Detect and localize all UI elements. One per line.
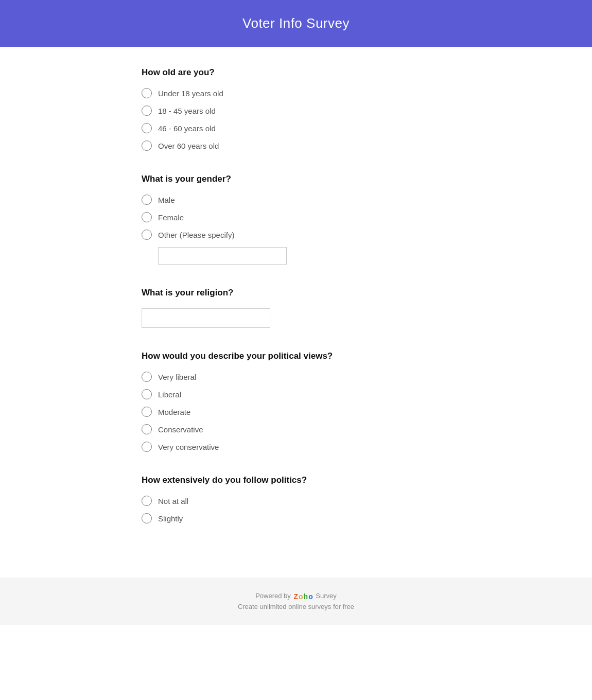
gender-label-female: Female — [158, 213, 184, 222]
survey-body: How old are you? Under 18 years old 18 -… — [116, 47, 476, 567]
gender-label-other: Other (Please specify) — [158, 231, 234, 239]
political-radio-very-conservative[interactable] — [142, 442, 152, 452]
age-option-over60[interactable]: Over 60 years old — [142, 141, 450, 151]
age-radio-over60[interactable] — [142, 141, 152, 151]
political-option-conservative[interactable]: Conservative — [142, 424, 450, 434]
age-option-under18[interactable]: Under 18 years old — [142, 88, 450, 98]
political-radio-very-liberal[interactable] — [142, 372, 152, 382]
survey-header: Voter Info Survey — [0, 0, 592, 47]
age-radio-under18[interactable] — [142, 88, 152, 98]
zoho-h: h — [304, 592, 308, 601]
footer-subtext: Create unlimited online surveys for free — [10, 603, 582, 610]
question-political-title: How would you describe your political vi… — [142, 351, 450, 361]
follow-option-slightly[interactable]: Slightly — [142, 513, 450, 523]
age-label-46-60: 46 - 60 years old — [158, 124, 216, 133]
zoho-o1: o — [299, 592, 303, 601]
religion-input[interactable] — [142, 308, 270, 328]
footer-powered-prefix: Powered by — [255, 592, 292, 600]
footer-powered-by: Powered by Zoho Survey — [10, 592, 582, 601]
follow-label-slightly: Slightly — [158, 514, 183, 523]
age-label-18-45: 18 - 45 years old — [158, 107, 216, 115]
political-option-liberal[interactable]: Liberal — [142, 389, 450, 399]
political-label-very-conservative: Very conservative — [158, 443, 219, 451]
question-gender: What is your gender? Male Female Other (… — [142, 174, 450, 265]
age-label-over60: Over 60 years old — [158, 142, 219, 150]
political-option-moderate[interactable]: Moderate — [142, 407, 450, 417]
question-age-title: How old are you? — [142, 67, 450, 78]
follow-label-not-at-all: Not at all — [158, 497, 188, 505]
political-label-liberal: Liberal — [158, 390, 181, 399]
gender-radio-female[interactable] — [142, 212, 152, 222]
zoho-z: Z — [293, 592, 298, 601]
question-political-views: How would you describe your political vi… — [142, 351, 450, 452]
gender-radio-male[interactable] — [142, 195, 152, 205]
political-option-very-conservative[interactable]: Very conservative — [142, 442, 450, 452]
political-label-moderate: Moderate — [158, 408, 190, 416]
political-label-very-liberal: Very liberal — [158, 373, 196, 381]
follow-radio-slightly[interactable] — [142, 513, 152, 523]
question-follow-politics-title: How extensively do you follow politics? — [142, 475, 450, 485]
gender-option-male[interactable]: Male — [142, 195, 450, 205]
age-label-under18: Under 18 years old — [158, 89, 223, 98]
political-radio-liberal[interactable] — [142, 389, 152, 399]
gender-other-input[interactable] — [158, 247, 287, 265]
survey-footer: Powered by Zoho Survey Create unlimited … — [0, 577, 592, 625]
political-radio-conservative[interactable] — [142, 424, 152, 434]
zoho-logo: Zoho — [293, 592, 312, 601]
footer-survey-label: Survey — [316, 592, 336, 600]
question-religion: What is your religion? — [142, 288, 450, 328]
follow-radio-not-at-all[interactable] — [142, 496, 152, 506]
question-follow-politics: How extensively do you follow politics? … — [142, 475, 450, 523]
gender-option-other[interactable]: Other (Please specify) — [142, 230, 450, 240]
gender-radio-other[interactable] — [142, 230, 152, 240]
question-religion-title: What is your religion? — [142, 288, 450, 298]
political-radio-moderate[interactable] — [142, 407, 152, 417]
gender-option-female[interactable]: Female — [142, 212, 450, 222]
gender-label-male: Male — [158, 196, 175, 204]
zoho-o2: o — [308, 592, 313, 601]
question-age: How old are you? Under 18 years old 18 -… — [142, 67, 450, 151]
age-option-18-45[interactable]: 18 - 45 years old — [142, 106, 450, 116]
question-gender-title: What is your gender? — [142, 174, 450, 184]
age-radio-18-45[interactable] — [142, 106, 152, 116]
age-option-46-60[interactable]: 46 - 60 years old — [142, 123, 450, 133]
follow-option-not-at-all[interactable]: Not at all — [142, 496, 450, 506]
political-option-very-liberal[interactable]: Very liberal — [142, 372, 450, 382]
age-radio-46-60[interactable] — [142, 123, 152, 133]
political-label-conservative: Conservative — [158, 425, 203, 434]
survey-title: Voter Info Survey — [10, 15, 582, 31]
